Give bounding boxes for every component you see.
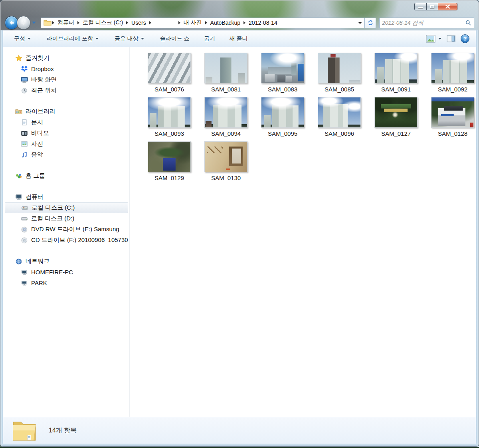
sidebar-section-libraries[interactable]: 라이브러리 [3,106,129,117]
sidebar-section-network[interactable]: 네트워크 [3,256,129,267]
toolbar-slideshow-button[interactable]: 슬라이드 쇼 [156,34,194,44]
toolbar-new-folder-button[interactable]: 새 폴더 [225,34,252,44]
navigation-pane: 즐겨찾기 Dropbox 바탕 화면 최근 위치 라이브러리 문서 [3,47,129,417]
network-icon [15,258,22,265]
sidebar-item-label: HOMEFIRE-PC [31,269,73,276]
file-thumbnail [261,53,304,83]
minimize-icon [418,7,423,8]
file-list-area: SAM_0076 SAM_0081 SAM_0083 SAM_0085 SAM_… [129,47,476,417]
sidebar-item-local-disk-c[interactable]: 로컬 디스크 (C:) [5,202,128,213]
file-name: SAM_0085 [325,86,354,93]
maximize-icon [430,5,434,8]
address-bar[interactable]: 컴퓨터 로컬 디스크 (C:) Users 내 사진 AutoBackup 20… [41,18,364,28]
sidebar-item-label: Dropbox [31,65,54,72]
file-item[interactable]: SAM_0094 [198,97,254,141]
breadcrumb-segment-username-redacted[interactable] [152,19,178,26]
toolbar-label: 공유 대상 [115,35,139,42]
file-item[interactable]: SAM_0130 [198,141,254,186]
sidebar-item-desktop[interactable]: 바탕 화면 [3,74,129,85]
sidebar-section-homegroup[interactable]: 홈 그룹 [3,170,129,181]
breadcrumb-segment-computer[interactable]: 컴퓨터 [55,18,77,27]
back-arrow-icon [8,19,15,26]
refresh-button[interactable] [364,18,376,28]
sidebar-item-pictures[interactable]: 사진 [3,139,129,149]
file-item[interactable]: SAM_0081 [198,53,254,97]
file-item[interactable]: SAM_0127 [368,97,424,141]
sidebar-section-label: 즐겨찾기 [26,54,49,62]
file-item[interactable]: SAM_0129 [141,141,198,186]
cd-drive-icon [21,237,28,244]
file-item[interactable]: SAM_0096 [311,97,368,141]
sidebar-item-recent-places[interactable]: 최근 위치 [3,85,129,96]
maximize-button[interactable] [426,3,438,10]
sidebar-item-homefire-pc[interactable]: HOMEFIRE-PC [3,267,129,278]
file-item[interactable]: SAM_0085 [311,53,368,97]
breadcrumb-segment-users[interactable]: Users [129,19,148,27]
sidebar-item-cd-drive-f[interactable]: CD 드라이브 (F:) 20100906_105730 [3,235,129,246]
sidebar-item-park[interactable]: PARK [3,278,129,288]
breadcrumb-segment-local-disk-c[interactable]: 로컬 디스크 (C:) [80,18,125,27]
sidebar-item-label: 사진 [31,140,43,148]
sidebar-item-music[interactable]: 음악 [3,149,129,160]
close-button[interactable] [438,3,457,10]
sidebar-section-computer[interactable]: 컴퓨터 [3,192,129,202]
close-icon [445,4,450,9]
sidebar-item-label: CD 드라이브 (F:) 20100906_105730 [31,236,128,244]
views-button[interactable] [426,35,441,43]
sidebar-item-local-disk-d[interactable]: 로컬 디스크 (D:) [3,213,129,224]
file-item[interactable]: SAM_0083 [254,53,311,97]
window-border-bottom [0,444,479,447]
address-row: 컴퓨터 로컬 디스크 (C:) Users 내 사진 AutoBackup 20… [5,16,474,30]
network-pc-icon [21,280,28,287]
sidebar-section-favorites[interactable]: 즐겨찾기 [3,53,129,63]
file-thumbnail [204,97,247,128]
sidebar-item-videos[interactable]: 비디오 [3,128,129,139]
star-icon [15,55,22,62]
file-item[interactable]: SAM_0095 [254,97,311,141]
file-name: SAM_0076 [154,86,184,93]
file-thumbnail [204,141,247,172]
toolbar-share-with-button[interactable]: 공유 대상 [110,34,148,44]
minimize-button[interactable] [414,3,426,10]
sidebar-item-label: 비디오 [31,129,49,137]
preview-pane-button[interactable] [447,35,455,42]
music-icon [21,151,28,159]
breadcrumb-segment-autobackup[interactable]: AutoBackup [208,19,243,27]
toolbar-label: 라이브러리에 포함 [47,35,93,42]
toolbar-include-in-library-button[interactable]: 라이브러리에 포함 [42,34,103,44]
breadcrumb-segment-my-pictures[interactable]: 내 사진 [181,18,204,27]
file-item[interactable]: SAM_0076 [141,53,198,97]
toolbar-burn-button[interactable]: 굽기 [200,34,220,44]
file-name: SAM_0091 [381,86,411,93]
back-button[interactable] [5,16,18,30]
sidebar-item-label: 음악 [31,151,43,159]
file-thumbnail [318,53,361,83]
history-dropdown-icon[interactable] [32,22,36,24]
recent-places-icon [21,87,28,94]
address-dropdown-icon[interactable] [358,22,362,24]
computer-icon [15,194,22,201]
help-button[interactable]: ? [461,34,469,43]
sidebar-item-label: 바탕 화면 [31,76,57,83]
forward-button[interactable] [17,16,30,30]
file-name: SAM_0094 [211,130,241,137]
dropbox-icon [21,65,28,73]
search-input[interactable] [382,20,465,26]
sidebar-item-label: 로컬 디스크 (D:) [31,215,74,222]
sidebar-item-dropbox[interactable]: Dropbox [3,63,129,74]
toolbar-organize-button[interactable]: 구성 [10,34,35,44]
sidebar-item-dvd-drive-e[interactable]: DVD RW 드라이브 (E:) Samsung [3,224,129,235]
file-item[interactable]: SAM_0092 [424,53,476,97]
chevron-down-icon [438,38,441,40]
file-thumbnail [374,97,418,128]
search-icon[interactable] [465,20,471,26]
breadcrumb-separator-icon [149,21,151,24]
breadcrumb-separator-icon [178,21,180,24]
file-item[interactable]: SAM_0093 [141,97,198,141]
file-item[interactable]: SAM_0091 [368,53,424,97]
search-box [379,18,474,28]
breadcrumb-segment-current-folder[interactable]: 2012-08-14 [246,19,280,27]
file-item[interactable]: SAM_0128 [424,97,476,141]
command-bar: 구성 라이브러리에 포함 공유 대상 슬라이드 쇼 굽기 새 폴더 ? [3,30,476,47]
sidebar-item-documents[interactable]: 문서 [3,117,129,128]
